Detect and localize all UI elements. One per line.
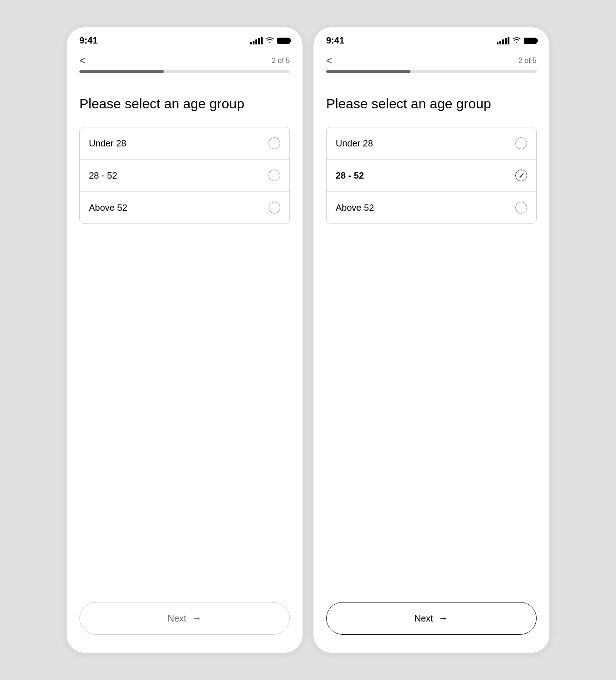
- progress-track: [79, 70, 290, 73]
- option-label-2: Above 52: [336, 203, 374, 213]
- signal-bars-icon: [250, 37, 263, 44]
- progress-fill: [79, 70, 164, 73]
- progress-track: [326, 70, 537, 73]
- option-item-2[interactable]: Above 52: [327, 192, 536, 223]
- signal-bar-3: [258, 38, 260, 44]
- signal-bar-0: [497, 42, 499, 44]
- status-time: 9:41: [326, 35, 344, 46]
- progress-container: [67, 70, 303, 73]
- signal-bar-1: [253, 41, 254, 44]
- radio-circle-2[interactable]: [269, 202, 280, 214]
- signal-bar-0: [250, 42, 252, 44]
- wifi-icon: [512, 36, 521, 45]
- step-indicator: 2 of 5: [518, 57, 537, 65]
- page-title: Please select an age group: [326, 95, 537, 112]
- radio-circle-1[interactable]: ✓: [515, 170, 527, 181]
- status-time: 9:41: [79, 35, 98, 46]
- option-label-0: Under 28: [336, 138, 373, 149]
- option-label-0: Under 28: [89, 138, 126, 149]
- content-spacer: [326, 224, 537, 580]
- next-button-label: Next: [414, 613, 433, 624]
- signal-bar-2: [255, 39, 257, 44]
- nav-bar: <2 of 5: [313, 50, 549, 70]
- option-item-1[interactable]: 28 - 52✓: [327, 160, 536, 192]
- next-arrow-icon: →: [192, 612, 202, 624]
- progress-container: [313, 70, 549, 73]
- status-icons: [497, 36, 537, 45]
- signal-bar-2: [502, 39, 504, 44]
- nav-bar: <2 of 5: [67, 50, 303, 70]
- status-bar: 9:41: [67, 27, 303, 50]
- radio-circle-2[interactable]: [515, 202, 527, 214]
- signal-bar-4: [508, 37, 509, 44]
- battery-icon: [277, 38, 290, 44]
- content-area: Please select an age groupUnder 2828 - 5…: [313, 77, 549, 593]
- progress-fill: [326, 70, 411, 73]
- signal-bar-3: [505, 38, 507, 44]
- content-area: Please select an age groupUnder 2828 - 5…: [67, 77, 303, 593]
- status-icons: [250, 36, 290, 45]
- option-label-2: Above 52: [89, 203, 127, 213]
- bottom-area: Next→: [313, 593, 549, 653]
- next-button-label: Next: [167, 613, 186, 624]
- phone-frame-screen-left: 9:41<2 of 5Please select an age groupUnd…: [67, 27, 303, 653]
- option-label-1: 28 - 52: [336, 170, 364, 181]
- radio-circle-1[interactable]: [269, 170, 280, 181]
- next-button[interactable]: Next→: [326, 602, 537, 635]
- checkmark-icon: ✓: [518, 171, 524, 180]
- signal-bars-icon: [497, 37, 509, 44]
- options-list: Under 2828 - 52✓Above 52: [326, 127, 537, 224]
- back-button[interactable]: <: [326, 55, 332, 67]
- screens-container: 9:41<2 of 5Please select an age groupUnd…: [67, 27, 549, 653]
- radio-circle-0[interactable]: [269, 137, 280, 149]
- bottom-area: Next→: [67, 593, 303, 653]
- signal-bar-1: [499, 41, 501, 44]
- signal-bar-4: [261, 37, 263, 44]
- option-item-0[interactable]: Under 28: [327, 127, 536, 160]
- next-button[interactable]: Next→: [79, 602, 290, 635]
- option-item-0[interactable]: Under 28: [80, 127, 289, 160]
- option-item-1[interactable]: 28 - 52: [80, 160, 289, 192]
- battery-icon: [524, 38, 537, 44]
- step-indicator: 2 of 5: [272, 57, 290, 65]
- radio-circle-0[interactable]: [515, 137, 527, 149]
- back-button[interactable]: <: [79, 55, 85, 67]
- page-title: Please select an age group: [79, 95, 290, 112]
- phone-frame-screen-right: 9:41<2 of 5Please select an age groupUnd…: [313, 27, 549, 653]
- options-list: Under 2828 - 52Above 52: [79, 127, 290, 224]
- option-item-2[interactable]: Above 52: [80, 192, 289, 223]
- content-spacer: [79, 224, 290, 580]
- wifi-icon: [265, 36, 274, 45]
- status-bar: 9:41: [313, 27, 549, 50]
- option-label-1: 28 - 52: [89, 170, 117, 181]
- next-arrow-icon: →: [439, 612, 449, 624]
